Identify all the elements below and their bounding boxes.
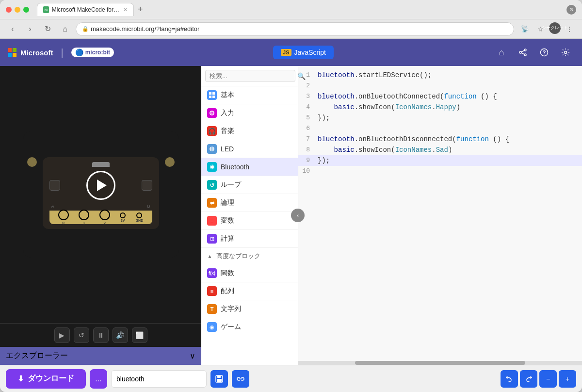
maximize-traffic-light[interactable] xyxy=(23,7,29,13)
help-button[interactable]: ? xyxy=(535,44,553,61)
filename-input[interactable] xyxy=(111,370,207,388)
pin-gnd: GND xyxy=(136,212,144,222)
button-b[interactable] xyxy=(142,180,152,191)
microbit-top-area: A B 0 xyxy=(27,157,175,229)
toolbox-item-variables[interactable]: ≡ 変数 xyxy=(201,212,298,230)
toolbox-item-math[interactable]: ⊞ 計算 xyxy=(201,230,298,248)
advanced-section[interactable]: ▲ 高度なブロック xyxy=(201,248,298,264)
header-separator: | xyxy=(61,47,64,58)
javascript-button[interactable]: JS JavaScript xyxy=(273,46,334,59)
input-label: 入力 xyxy=(221,109,234,117)
undo-button[interactable] xyxy=(501,370,518,388)
active-tab[interactable]: M Microsoft MakeCode for micro... ✕ xyxy=(37,3,134,16)
url-text: makecode.microbit.org/?lang=ja#editor xyxy=(91,25,199,33)
more-button[interactable]: ... xyxy=(90,369,107,389)
new-tab-button[interactable]: + xyxy=(136,4,145,15)
main-content: A B 0 xyxy=(0,66,582,365)
toolbox-item-arrays[interactable]: ≡ 配列 xyxy=(201,282,298,300)
home-button[interactable]: ⌂ xyxy=(58,22,72,36)
ms-logo-sq-green xyxy=(13,48,16,52)
close-traffic-light[interactable] xyxy=(6,7,12,13)
forward-button[interactable]: › xyxy=(23,22,37,36)
code-line-1: 1 bluetooth.startLEDService(); xyxy=(298,70,582,81)
search-input[interactable] xyxy=(205,70,295,82)
save-button[interactable] xyxy=(210,370,228,388)
share-button[interactable] xyxy=(514,44,532,61)
minimize-traffic-light[interactable] xyxy=(15,7,20,13)
line-num-3: 3 xyxy=(298,91,318,102)
explorer-label: エクスプローラー xyxy=(6,351,68,361)
address-bar[interactable]: 🔒 makecode.microbit.org/?lang=ja#editor xyxy=(76,22,514,36)
link-icon xyxy=(237,375,244,383)
math-dot: ⊞ xyxy=(207,234,217,244)
zoom-out-button[interactable]: − xyxy=(539,370,557,388)
arrays-dot: ≡ xyxy=(207,286,217,296)
traffic-lights xyxy=(6,7,29,13)
variables-label: 変数 xyxy=(221,216,234,225)
bottom-bar: ⬇ ダウンロード ... − xyxy=(0,365,582,392)
line-content-9: }); xyxy=(318,155,582,166)
microbit-main-body: A B 0 xyxy=(43,157,159,229)
fullscreen-button[interactable]: ⬜ xyxy=(132,327,147,343)
js-label: JavaScript xyxy=(294,49,326,56)
reload-button[interactable]: ↺ xyxy=(74,327,89,343)
music-dot: 🎧 xyxy=(207,126,217,136)
loop-label: ループ xyxy=(221,180,241,189)
explorer-bar[interactable]: エクスプローラー ∨ xyxy=(0,347,201,365)
toolbox-item-functions[interactable]: f(x) 関数 xyxy=(201,264,298,282)
tab-bar: M Microsoft MakeCode for micro... ✕ + xyxy=(37,3,563,16)
download-button[interactable]: ⬇ ダウンロード xyxy=(6,369,86,389)
ms-logo-grid xyxy=(8,48,16,57)
toolbox-item-strings[interactable]: T 文字列 xyxy=(201,300,298,318)
refresh-button[interactable]: ↻ xyxy=(41,22,54,36)
scrollbar-thumb[interactable] xyxy=(355,361,525,365)
settings-button[interactable] xyxy=(557,44,574,61)
redo-icon xyxy=(525,375,533,383)
profile-button[interactable]: シークレット xyxy=(549,22,561,34)
code-line-6: 6 xyxy=(298,123,582,134)
microbit-logo: 🔵 micro:bit xyxy=(71,48,114,57)
home-button[interactable]: ⌂ xyxy=(493,44,510,61)
code-line-3: 3 bluetooth.onBluetoothConnected(functio… xyxy=(298,91,582,102)
browser-navbar: ‹ › ↻ ⌂ 🔒 makecode.microbit.org/?lang=ja… xyxy=(0,19,582,39)
collapse-toolbox-button[interactable]: ‹ xyxy=(291,209,305,222)
redo-button[interactable] xyxy=(520,370,537,388)
code-line-10: 10 xyxy=(298,166,582,177)
run-button[interactable]: ▶ xyxy=(54,327,70,343)
browser-options-icon[interactable]: ⋮ xyxy=(563,22,576,36)
line-num-5: 5 xyxy=(298,113,318,123)
toolbox-item-bluetooth[interactable]: ✱ Bluetooth xyxy=(201,158,298,176)
settings-icon xyxy=(561,48,570,57)
horizontal-scrollbar[interactable] xyxy=(298,361,582,365)
sound-button[interactable]: 🔊 xyxy=(113,327,128,343)
toolbox-item-game[interactable]: ◉ ゲーム xyxy=(201,318,298,336)
svg-line-4 xyxy=(521,53,524,54)
line-content-1: bluetooth.startLEDService(); xyxy=(318,70,582,81)
cast-icon[interactable]: 📡 xyxy=(518,22,532,36)
toolbox-items: 基本 入力 🎧 音楽 xyxy=(201,86,298,365)
play-button[interactable] xyxy=(86,171,115,200)
back-button[interactable]: ‹ xyxy=(6,22,19,36)
pin-2: 2 xyxy=(99,210,110,225)
browser-menu-icon[interactable]: ⊙ xyxy=(566,5,576,15)
svg-point-0 xyxy=(524,49,526,51)
pause-button[interactable]: ⏸ xyxy=(93,327,109,343)
toolbox-item-input[interactable]: 入力 xyxy=(201,104,298,122)
svg-point-2 xyxy=(519,51,521,53)
button-a[interactable] xyxy=(49,180,60,191)
advanced-arrow: ▲ xyxy=(207,253,212,259)
browser-nav-icons: 📡 ☆ シークレット ⋮ xyxy=(518,22,576,36)
zoom-in-button[interactable]: + xyxy=(559,370,576,388)
tab-close-button[interactable]: ✕ xyxy=(123,7,128,13)
toolbox-item-logic[interactable]: ⇌ 論理 xyxy=(201,194,298,212)
functions-dot: f(x) xyxy=(207,268,217,278)
toolbox: 🔍 基本 入力 xyxy=(201,66,298,365)
game-dot: ◉ xyxy=(207,322,217,332)
toolbox-item-basic[interactable]: 基本 xyxy=(201,86,298,104)
toolbox-item-loop[interactable]: ↺ ループ xyxy=(201,176,298,194)
code-editor[interactable]: 1 bluetooth.startLEDService(); 2 3 bluet… xyxy=(298,66,582,361)
toolbox-item-led[interactable]: LED xyxy=(201,140,298,158)
toolbox-item-music[interactable]: 🎧 音楽 xyxy=(201,122,298,140)
pin-area: 0 1 2 xyxy=(49,211,152,224)
share-code-button[interactable] xyxy=(232,370,249,388)
